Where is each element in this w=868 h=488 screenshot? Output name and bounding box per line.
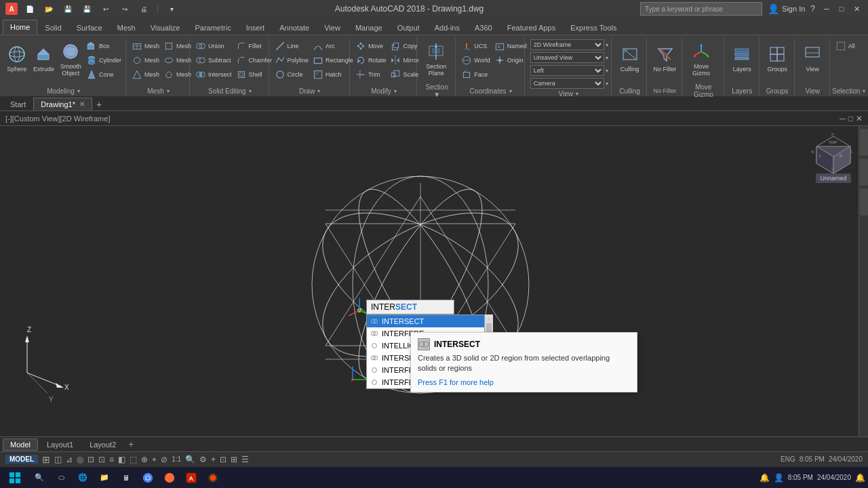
doc-tab-drawing1[interactable]: Drawing1* ✕ bbox=[33, 98, 92, 110]
otrack-btn[interactable]: ⊡ bbox=[98, 455, 105, 464]
taskbar-chrome[interactable] bbox=[138, 468, 157, 487]
tab-view[interactable]: View bbox=[317, 20, 348, 35]
tab-layout2[interactable]: Layout2 bbox=[82, 439, 123, 451]
doc-tab-new[interactable]: + bbox=[92, 98, 106, 110]
polyline-btn[interactable]: Polyline bbox=[273, 54, 311, 67]
ac-item-intersect[interactable]: INTERSECT bbox=[367, 315, 484, 327]
infer-btn[interactable]: ⌖ bbox=[152, 455, 157, 464]
left-view-dropdown[interactable]: Left Right Top Front bbox=[530, 65, 604, 76]
mesh-expand[interactable]: ▾ bbox=[167, 88, 170, 94]
section-plane-btn[interactable]: Section Plane bbox=[421, 39, 451, 79]
taskbar-notify2[interactable]: 👤 bbox=[774, 473, 784, 483]
panel-btn-1[interactable] bbox=[860, 129, 868, 156]
rect-btn[interactable]: Rectangle bbox=[311, 54, 355, 67]
ac-scroll-up[interactable]: ▲ bbox=[485, 314, 493, 323]
viewport-close[interactable]: ✕ bbox=[856, 114, 863, 123]
viewport-arrow[interactable]: ▾ bbox=[606, 42, 608, 48]
smooth-object-btn[interactable]: Smooth Object bbox=[58, 39, 83, 79]
groups-btn[interactable]: Groups bbox=[764, 39, 791, 77]
ortho-btn[interactable]: ⊿ bbox=[66, 455, 73, 464]
move-btn[interactable]: Move bbox=[354, 39, 388, 53]
arc-btn[interactable]: Arc bbox=[311, 39, 355, 53]
setting5-btn[interactable]: ☰ bbox=[241, 455, 249, 464]
tab-insert[interactable]: Insert bbox=[239, 20, 273, 35]
taskbar-cortana[interactable]: ⬭ bbox=[52, 468, 71, 487]
tab-mesh[interactable]: Mesh bbox=[110, 20, 143, 35]
tab-output[interactable]: Output bbox=[390, 20, 427, 35]
customize-btn[interactable]: ▾ bbox=[165, 3, 178, 15]
face-btn[interactable]: Face bbox=[460, 68, 491, 81]
scale-btn[interactable]: 1:1 bbox=[172, 455, 181, 463]
no-filter-btn[interactable]: No Filter bbox=[651, 39, 679, 77]
tab-featured[interactable]: Featured Apps bbox=[500, 20, 564, 35]
copy-btn[interactable]: Copy bbox=[389, 39, 420, 53]
taskbar-notify1[interactable]: 🔔 bbox=[760, 473, 770, 483]
sign-in-text[interactable]: Sign In bbox=[782, 5, 805, 13]
open-btn[interactable]: 📂 bbox=[42, 3, 56, 15]
tab-solid[interactable]: Solid bbox=[37, 20, 68, 35]
subtract-btn[interactable]: Subtract bbox=[194, 54, 233, 67]
sphere-btn[interactable]: Sphere bbox=[4, 39, 30, 77]
panel-btn-2[interactable] bbox=[860, 159, 868, 186]
chamfer-btn[interactable]: Chamfer bbox=[235, 54, 274, 67]
view-cube-label[interactable]: Unnamed bbox=[816, 174, 850, 183]
tab-a360[interactable]: A360 bbox=[467, 20, 500, 35]
grid-btn[interactable]: ⊞ bbox=[42, 454, 50, 465]
ucs-btn[interactable]: UCS bbox=[460, 39, 491, 53]
lineweight-btn[interactable]: ≡ bbox=[109, 455, 114, 464]
coordinates-expand[interactable]: ▾ bbox=[509, 88, 512, 94]
tab-express[interactable]: Express Tools bbox=[563, 20, 624, 35]
move-gizmo-btn[interactable]: Move Gizmo bbox=[686, 39, 716, 79]
command-input[interactable]: INTERSECT bbox=[366, 300, 454, 314]
polar-btn[interactable]: ◎ bbox=[77, 455, 83, 464]
tab-visualize[interactable]: Visualize bbox=[143, 20, 188, 35]
taskbar-app1[interactable] bbox=[160, 468, 179, 487]
viewport-maximize[interactable]: □ bbox=[848, 114, 853, 123]
tab-layout1[interactable]: Layout1 bbox=[39, 439, 81, 451]
shell-btn[interactable]: Shell bbox=[235, 68, 274, 81]
panel-btn-3[interactable] bbox=[860, 188, 868, 216]
trim-btn[interactable]: Trim bbox=[354, 68, 388, 81]
saveas-btn[interactable]: 💾 bbox=[80, 3, 94, 15]
left-view-arrow[interactable]: ▾ bbox=[606, 68, 608, 74]
cube-widget[interactable]: TOP L R S N W E bbox=[810, 133, 857, 174]
named-ucs-btn[interactable]: N Named bbox=[493, 39, 528, 53]
taskbar-app2[interactable]: A bbox=[182, 468, 201, 487]
plot-btn[interactable]: 🖨 bbox=[137, 3, 151, 15]
tab-addins[interactable]: Add-ins bbox=[427, 20, 467, 35]
circle-btn[interactable]: Circle bbox=[273, 68, 311, 81]
rotate-btn[interactable]: Rotate bbox=[354, 54, 388, 67]
taskbar-start[interactable] bbox=[3, 468, 27, 487]
minimize-btn[interactable]: ─ bbox=[821, 3, 833, 15]
hatch-btn[interactable]: Hatch bbox=[311, 68, 355, 81]
gizmo-btn[interactable]: ⊕ bbox=[141, 455, 148, 464]
modify-expand[interactable]: ▾ bbox=[394, 88, 397, 94]
zoom-btn[interactable]: 🔍 bbox=[185, 455, 195, 464]
snap-btn[interactable]: ◫ bbox=[54, 455, 62, 464]
model-indicator[interactable]: MODEL bbox=[5, 455, 38, 464]
selection-btn[interactable]: ⬚ bbox=[130, 455, 137, 464]
taskbar-ie[interactable]: 🌐 bbox=[73, 468, 92, 487]
osnap-btn[interactable]: ⊡ bbox=[87, 455, 94, 464]
named-view-arrow[interactable]: ▾ bbox=[606, 55, 608, 61]
view-last-btn[interactable]: View bbox=[799, 39, 827, 77]
layers-btn[interactable]: Layers bbox=[728, 39, 756, 77]
tab-parametric[interactable]: Parametric bbox=[187, 20, 238, 35]
doc-tab-start[interactable]: Start bbox=[3, 98, 33, 110]
named-view-dropdown[interactable]: Unsaved View bbox=[530, 52, 604, 63]
box-btn[interactable]: Box bbox=[85, 39, 123, 53]
solid-editing-expand[interactable]: ▾ bbox=[249, 88, 252, 94]
culling-btn[interactable]: Culling bbox=[616, 39, 644, 77]
help-btn[interactable]: ? bbox=[810, 4, 815, 14]
camera-arrow[interactable]: ▾ bbox=[606, 81, 608, 87]
viewport-dropdown[interactable]: 2D Wireframe 3D Wireframe Realistic bbox=[530, 39, 604, 50]
extrude-btn[interactable]: Extrude bbox=[31, 39, 57, 77]
maximize-btn[interactable]: □ bbox=[835, 3, 848, 15]
taskbar-app3[interactable] bbox=[203, 468, 222, 487]
search-box[interactable]: Type a keyword or phrase bbox=[640, 2, 762, 16]
annotation-btn[interactable]: ⊘ bbox=[161, 455, 167, 464]
mesh-btn3[interactable]: Mesh bbox=[130, 68, 161, 81]
camera-dropdown[interactable]: Camera bbox=[530, 78, 604, 89]
tab-surface[interactable]: Surface bbox=[69, 20, 110, 35]
union-btn[interactable]: Union bbox=[194, 39, 233, 53]
